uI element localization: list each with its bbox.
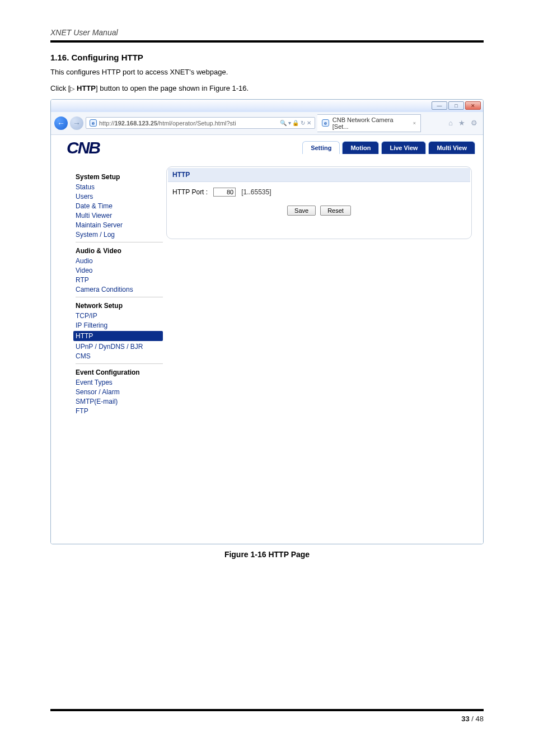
nav-item-camera-conditions[interactable]: Camera Conditions bbox=[76, 286, 163, 293]
nav-item-ip-filtering[interactable]: IP Filtering bbox=[76, 321, 163, 329]
nav-item-http[interactable]: HTTP bbox=[73, 331, 163, 341]
footer-rule bbox=[50, 709, 484, 711]
window-close-button[interactable]: ✕ bbox=[465, 101, 481, 110]
page-current: 33 bbox=[461, 715, 469, 723]
url-text: http://192.168.123.25/html/operator/Setu… bbox=[99, 120, 236, 127]
url-host: 192.168.123.25 bbox=[115, 120, 157, 127]
toolbar-icons: ⌂ ★ ⚙ bbox=[448, 119, 480, 127]
click-instruction: Click [▷ HTTP] button to open the page s… bbox=[50, 83, 484, 95]
section-heading: 1.16. Configuring HTTP bbox=[50, 53, 484, 62]
home-icon[interactable]: ⌂ bbox=[448, 119, 453, 127]
tab-setting[interactable]: Setting bbox=[302, 141, 340, 154]
nav-item-tcpip[interactable]: TCP/IP bbox=[76, 312, 163, 320]
panel-buttons: Save Reset bbox=[172, 206, 466, 216]
nav-item-multi-viewer[interactable]: Multi Viewer bbox=[76, 212, 163, 220]
url-prefix: http:// bbox=[99, 120, 115, 127]
address-bar-icons: 🔍 ▾ 🔒 ↻ ✕ bbox=[280, 120, 311, 126]
address-bar[interactable]: e http://192.168.123.25/html/operator/Se… bbox=[86, 117, 315, 129]
nav-item-cms[interactable]: CMS bbox=[76, 352, 163, 360]
favorites-icon[interactable]: ★ bbox=[458, 119, 465, 127]
nav-forward-button[interactable]: → bbox=[70, 116, 83, 130]
http-port-label: HTTP Port : bbox=[172, 188, 208, 196]
reset-button[interactable]: Reset bbox=[320, 206, 351, 216]
nav-item-video[interactable]: Video bbox=[76, 267, 163, 274]
browser-window: — □ ✕ ← → e http://192.168.123.25/html/o… bbox=[50, 99, 484, 544]
figure-caption: Figure 1-16 HTTP Page bbox=[50, 550, 484, 559]
http-port-row: HTTP Port : [1..65535] bbox=[172, 186, 466, 198]
window-titlebar: — □ ✕ bbox=[51, 100, 483, 112]
tab-motion[interactable]: Motion bbox=[342, 141, 379, 154]
page-total: 48 bbox=[476, 715, 484, 723]
nav-item-audio[interactable]: Audio bbox=[76, 257, 163, 265]
app-main: System Setup Status Users Date & Time Mu… bbox=[51, 161, 483, 544]
url-path: /html/operator/Setup.html?sti bbox=[157, 120, 236, 127]
header-rule bbox=[50, 40, 484, 43]
click-prefix: Click [ bbox=[50, 84, 70, 92]
settings-gear-icon[interactable]: ⚙ bbox=[471, 119, 477, 127]
tab-close-icon[interactable]: × bbox=[413, 120, 416, 126]
app-body: CNB Setting Motion Live View Multi View … bbox=[51, 135, 483, 544]
save-button[interactable]: Save bbox=[287, 206, 316, 216]
nav-group-audio-video: Audio & Video bbox=[76, 242, 163, 255]
window-maximize-button[interactable]: □ bbox=[448, 101, 464, 110]
nav-item-rtp[interactable]: RTP bbox=[76, 276, 163, 284]
address-bar-row: ← → e http://192.168.123.25/html/operato… bbox=[51, 112, 483, 135]
nav-item-upnp-dyndns-bjr[interactable]: UPnP / DynDNS / BJR bbox=[76, 343, 163, 351]
nav-back-button[interactable]: ← bbox=[54, 116, 68, 130]
page-number: 33 / 48 bbox=[50, 715, 484, 723]
nav-item-maintain-server[interactable]: Maintain Server bbox=[76, 221, 163, 229]
click-suffix: ] button to open the page shown in Figur… bbox=[96, 84, 249, 92]
play-icon: ▷ bbox=[70, 85, 74, 92]
doc-header-title: XNET User Manual bbox=[50, 28, 484, 37]
nav-item-smtp-email[interactable]: SMTP(E-mail) bbox=[76, 398, 163, 405]
cnb-logo: CNB bbox=[67, 138, 100, 157]
http-label: HTTP bbox=[77, 84, 96, 92]
http-settings-panel: HTTP HTTP Port : [1..65535] Save Reset bbox=[166, 166, 472, 239]
nav-item-users[interactable]: Users bbox=[76, 193, 163, 200]
nav-item-status[interactable]: Status bbox=[76, 183, 163, 191]
window-minimize-button[interactable]: — bbox=[432, 101, 447, 110]
http-port-input[interactable] bbox=[213, 188, 236, 197]
page-sep: / bbox=[470, 715, 476, 723]
browser-tab-title: CNB Network Camera [Set... bbox=[332, 116, 410, 130]
nav-item-date-time[interactable]: Date & Time bbox=[76, 202, 163, 210]
app-tabs: Setting Motion Live View Multi View bbox=[300, 141, 475, 154]
ie-icon: e bbox=[90, 119, 97, 127]
browser-tab[interactable]: e CNB Network Camera [Set... × bbox=[317, 114, 421, 132]
tab-multi-view[interactable]: Multi View bbox=[428, 141, 475, 154]
nav-group-system-setup: System Setup bbox=[76, 173, 163, 181]
nav-group-network-setup: Network Setup bbox=[76, 297, 163, 310]
nav-item-event-types[interactable]: Event Types bbox=[76, 379, 163, 386]
nav-group-event-configuration: Event Configuration bbox=[76, 363, 163, 376]
tab-live-view[interactable]: Live View bbox=[381, 141, 426, 154]
app-header: CNB Setting Motion Live View Multi View bbox=[51, 135, 483, 161]
nav-item-ftp[interactable]: FTP bbox=[76, 407, 163, 415]
nav-item-sensor-alarm[interactable]: Sensor / Alarm bbox=[76, 388, 163, 396]
side-nav: System Setup Status Users Date & Time Mu… bbox=[62, 166, 163, 538]
tab-favicon-icon: e bbox=[322, 119, 329, 127]
http-port-range: [1..65535] bbox=[241, 188, 271, 196]
panel-title: HTTP bbox=[168, 168, 470, 182]
intro-text: This configures HTTP port to access XNET… bbox=[50, 67, 484, 78]
nav-item-system-log[interactable]: System / Log bbox=[76, 231, 163, 239]
